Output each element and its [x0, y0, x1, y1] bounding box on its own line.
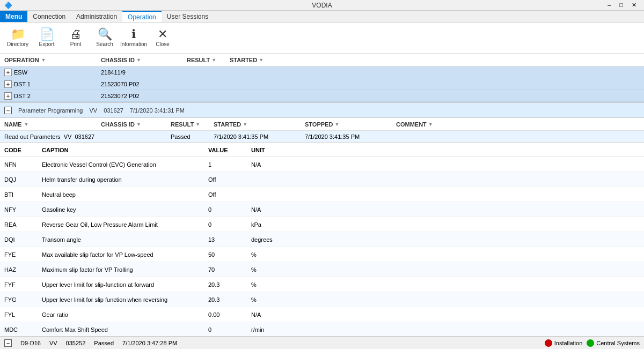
status-result: Passed	[94, 340, 114, 346]
table-row[interactable]: REA Reverse Gear Oil, Low Pressure Alarm…	[0, 217, 644, 232]
row-code: REA	[4, 221, 42, 228]
sort-icon-10: ▼	[428, 122, 433, 127]
search-button[interactable]: 🔍 Search	[91, 25, 118, 51]
row-caption: Maximum slip factor for VP Trolling	[42, 266, 208, 273]
central-systems-label: Central Systems	[596, 340, 640, 346]
row-caption: Gear ratio	[42, 311, 208, 318]
row-value: Off	[208, 176, 251, 183]
connection-menu[interactable]: Connection	[27, 11, 71, 22]
row-unit: r/min	[251, 326, 294, 333]
collapse-button[interactable]: –	[4, 107, 12, 114]
row-code: FYL	[4, 311, 42, 318]
maximize-button[interactable]: □	[616, 2, 626, 9]
directory-button[interactable]: 📁 Directory	[4, 25, 31, 51]
row-unit: %	[251, 251, 294, 258]
chassis-col-header: CHASSIS ID ▼	[101, 57, 187, 63]
table-row[interactable]: FYF Upper lever limit for slip-function …	[0, 277, 644, 292]
row-code: DQI	[4, 236, 42, 243]
sort-icon-8: ▼	[243, 122, 247, 127]
row-caption: Neutral beep	[42, 191, 208, 198]
table-row[interactable]: BTI Neutral beep Off	[0, 187, 644, 202]
row-unit: N/A	[251, 311, 294, 318]
param-id: 031627	[104, 107, 123, 114]
table-row[interactable]: + DST 2 21523072 P02	[0, 90, 644, 102]
menu-button[interactable]: Menu	[0, 11, 27, 22]
param-row-started: 7/1/2020 3:41:35 PM	[214, 133, 305, 140]
export-button[interactable]: 📄 Export	[33, 25, 60, 51]
expand-button[interactable]: +	[4, 80, 12, 88]
status-expand-button[interactable]: –	[4, 339, 12, 347]
param-section: – Parameter Programming VV 031627 7/1/20…	[0, 102, 644, 336]
row-value: 0	[208, 326, 251, 333]
table-row[interactable]: NFN Electronic Vessel Control (EVC) Gene…	[0, 157, 644, 172]
print-button[interactable]: 🖨 Print	[62, 25, 89, 51]
param-label: Parameter Programming	[18, 107, 83, 114]
title-bar-icon: 🔷	[4, 2, 12, 9]
sort-icon: ▼	[41, 57, 46, 63]
sort-icon-7: ▼	[195, 122, 200, 127]
information-button[interactable]: ℹ Information	[120, 25, 147, 51]
row-value: 20.3	[208, 296, 251, 303]
status-code: 035252	[66, 340, 86, 346]
installation-label: Installation	[554, 340, 583, 346]
title-bar-title: VODIA	[312, 2, 332, 9]
export-label: Export	[39, 41, 55, 47]
content-area: OPERATION ▼ CHASSIS ID ▼ RESULT ▼ STARTE…	[0, 54, 644, 336]
param-sub-header: NAME ▼ CHASSIS ID ▼ RESULT ▼ STARTED ▼ S…	[0, 118, 644, 131]
param-row-stopped: 7/1/2020 3:41:35 PM	[305, 133, 396, 140]
row-caption: Upper lever limit for slip function when…	[42, 296, 208, 303]
expand-button[interactable]: +	[4, 92, 12, 100]
search-label: Search	[96, 41, 113, 47]
table-row[interactable]: Read out Parameters VV 031627 Passed 7/1…	[0, 131, 644, 143]
table-row[interactable]: + ESW 218411/9	[0, 66, 644, 78]
status-bar: – D9-D16 VV 035252 Passed 7/1/2020 3:47:…	[0, 336, 644, 349]
sort-icon-9: ▼	[334, 122, 339, 127]
close-window-button[interactable]: ✕	[628, 2, 640, 9]
administration-menu[interactable]: Administration	[71, 11, 122, 22]
row-caption: Max available slip factor for VP Low-spe…	[42, 251, 208, 258]
close-button[interactable]: ✕ Close	[149, 25, 176, 51]
table-row[interactable]: DQI Transom angle 13 degrees	[0, 232, 644, 247]
op-table-header: OPERATION ▼ CHASSIS ID ▼ RESULT ▼ STARTE…	[0, 54, 644, 66]
row-unit: degrees	[251, 236, 294, 243]
chassis-val: 21523070 P02	[101, 81, 187, 87]
row-code: NFN	[4, 161, 42, 168]
table-row[interactable]: NFY Gasoline key 0 N/A	[0, 202, 644, 217]
row-unit: N/A	[251, 206, 294, 213]
code-header: CODE	[4, 147, 42, 153]
table-row[interactable]: MDC Comfort Max Shift Speed 0 r/min	[0, 322, 644, 336]
started-col-header: STARTED ▼	[230, 57, 640, 63]
minimize-button[interactable]: –	[604, 2, 614, 9]
row-caption: Reverse Gear Oil, Low Pressure Alarm Lim…	[42, 221, 208, 228]
row-code: FYE	[4, 251, 42, 258]
param-row-name: Read out Parameters VV 031627	[4, 133, 94, 140]
result-col-header: RESULT ▼	[187, 57, 230, 63]
table-row[interactable]: FYE Max available slip factor for VP Low…	[0, 247, 644, 262]
param-date: 7/1/2020 3:41:31 PM	[130, 107, 185, 114]
table-row[interactable]: FYL Gear ratio 0.00 N/A	[0, 307, 644, 322]
table-row[interactable]: + DST 1 21523070 P02	[0, 78, 644, 90]
menu-bar: Menu Connection Administration Operation…	[0, 11, 644, 23]
table-row[interactable]: HAZ Maximum slip factor for VP Trolling …	[0, 262, 644, 277]
row-code: DQJ	[4, 176, 42, 183]
title-bar: 🔷 VODIA – □ ✕	[0, 0, 644, 11]
op-col-header: OPERATION ▼	[4, 57, 101, 63]
row-code: NFY	[4, 206, 42, 213]
row-value: 50	[208, 251, 251, 258]
chassis-val: 218411/9	[101, 69, 187, 76]
table-row[interactable]: FYG Upper lever limit for slip function …	[0, 292, 644, 307]
op-name: ESW	[14, 69, 27, 76]
row-code: FYF	[4, 281, 42, 288]
row-unit: N/A	[251, 161, 294, 168]
row-value: Off	[208, 191, 251, 198]
red-indicator	[545, 339, 552, 347]
status-date: 7/1/2020 3:47:28 PM	[122, 340, 177, 346]
sort-icon-6: ▼	[136, 122, 141, 127]
close-icon: ✕	[158, 28, 167, 40]
row-value: 13	[208, 236, 251, 243]
user-sessions-menu[interactable]: User Sessions	[162, 11, 214, 22]
table-row[interactable]: DQJ Helm transfer during operation Off	[0, 172, 644, 187]
operation-menu[interactable]: Operation	[122, 11, 162, 22]
close-label: Close	[156, 41, 170, 47]
expand-button[interactable]: +	[4, 69, 12, 76]
